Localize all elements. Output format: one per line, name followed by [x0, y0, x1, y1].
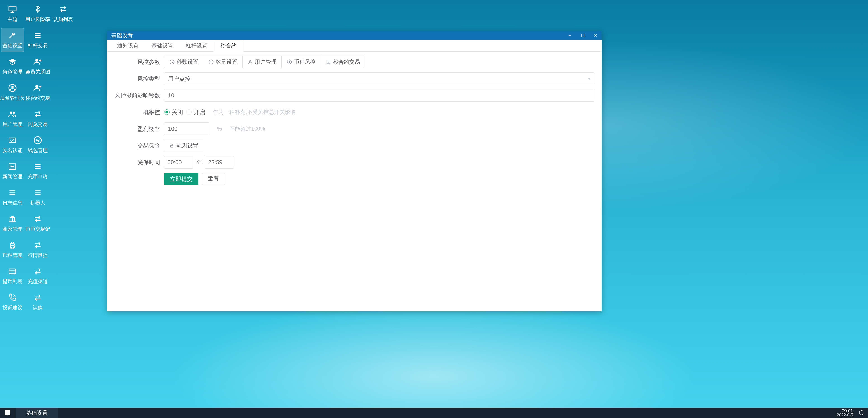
btc-icon — [8, 240, 17, 250]
radio-icon — [164, 109, 169, 115]
desktop-icon-coin-mgmt[interactable]: 币种管理 — [1, 238, 24, 261]
lock-icon — [169, 143, 174, 148]
desktop-icon-label: 日志信息 — [2, 199, 22, 206]
desktop-icon-coin-trade-log[interactable]: 币币交易记 — [27, 212, 49, 235]
desktop-icon-real-name[interactable]: 实名认证 — [1, 133, 24, 156]
notifications-icon[interactable] — [859, 410, 865, 416]
phone-icon — [8, 293, 17, 302]
check-icon — [8, 136, 17, 145]
submit-button[interactable]: 立即提交 — [164, 173, 198, 185]
tab-sec-contract[interactable]: 秒合约 — [214, 40, 243, 52]
desktop-icon-deposit-channel[interactable]: 充值渠道 — [27, 264, 49, 287]
desktop-icon-label: 行情风控 — [28, 252, 48, 259]
list-icon — [33, 188, 42, 197]
desktop-icon-label: 新闻管理 — [2, 173, 22, 180]
desktop-icon-label: 杠杆交易 — [28, 42, 48, 49]
desktop-icon-label: 币币交易记 — [25, 226, 50, 232]
tab-basic[interactable]: 基础设置 — [145, 40, 180, 51]
tab-lever[interactable]: 杠杆设置 — [180, 40, 214, 51]
card-icon — [8, 267, 17, 276]
desktop-icon-merchant-mgmt[interactable]: 商家管理 — [1, 212, 24, 235]
list-icon — [33, 162, 42, 171]
titlebar[interactable]: 基础设置 — [107, 31, 602, 40]
desktop-icon-label: 认购列表 — [53, 16, 73, 23]
clock[interactable]: 09:01 2022-6-5 — [837, 409, 853, 417]
desktop-icon-log-info[interactable]: 日志信息 — [1, 186, 24, 209]
maximize-button[interactable] — [577, 31, 589, 40]
user-circle-icon — [8, 84, 17, 92]
desktop-icon-wallet-mgmt[interactable]: 钱包管理 — [27, 133, 49, 156]
minimize-button[interactable] — [564, 31, 577, 40]
grad-cap-icon — [8, 57, 17, 66]
desktop-icon-theme[interactable]: 主题 — [1, 2, 24, 25]
desktop-icon-withdraw-list[interactable]: 提币列表 — [1, 264, 24, 287]
bank-icon — [8, 215, 17, 223]
desktop-icon-quote-risk[interactable]: 行情风控 — [27, 238, 49, 261]
desktop-icon-lever-trade[interactable]: 杠杆交易 — [27, 29, 49, 52]
tab-notify[interactable]: 通知设置 — [111, 40, 145, 51]
prob-label: 概率控 — [114, 108, 164, 116]
desktop-icon-subscribe[interactable]: 认购 — [27, 291, 49, 314]
sub-tab-user[interactable]: 用户管理 — [243, 56, 282, 68]
desktop-icon-label: 秒合约交易 — [25, 95, 50, 101]
prob-on-radio[interactable]: 开启 — [186, 108, 205, 116]
desktop-icon-label: 后台管理员 — [0, 95, 25, 101]
desktop-icon-subscribe-list[interactable]: 认购列表 — [52, 2, 74, 25]
monitor-icon — [8, 5, 17, 14]
desktop-icon-label: 闪兑交易 — [28, 121, 48, 128]
rule-settings-button[interactable]: 规则设置 — [164, 139, 204, 152]
desktop-icon-label: 币种管理 — [2, 252, 22, 259]
sub-tab-sec-trade[interactable]: 秒合约交易 — [321, 56, 365, 68]
user-plus-icon — [33, 57, 42, 66]
risk-type-select[interactable]: 用户点控 — [164, 72, 594, 85]
plus-circle-icon — [209, 59, 214, 65]
prob-hint: 作为一种补充,不受风控总开关影响 — [213, 108, 296, 116]
desktop-icon-news-mgmt[interactable]: 新闻管理 — [1, 160, 24, 183]
svg-rect-42 — [5, 413, 8, 415]
basic-settings-window: 基础设置 通知设置基础设置杠杆设置秒合约 风控参数 秒数设置数量设置用户管理币种… — [107, 31, 602, 311]
desktop-icon-sec-contract-trade[interactable]: 秒合约交易 — [27, 81, 49, 104]
desktop-icon-user-mgmt[interactable]: 用户管理 — [1, 107, 24, 130]
profit-input[interactable] — [164, 123, 209, 135]
main-tabs: 通知设置基础设置杠杆设置秒合约 — [107, 40, 602, 52]
prob-off-radio[interactable]: 关闭 — [164, 108, 183, 116]
swap-icon — [33, 109, 42, 119]
desktop-icon-deposit-apply[interactable]: 充币申请 — [27, 160, 49, 183]
desktop-icon-basic-settings[interactable]: 基础设置 — [1, 29, 24, 52]
desktop-icon-member-relation[interactable]: 会员关系图 — [27, 55, 49, 78]
close-button[interactable] — [589, 31, 602, 40]
desktop-icon-robot[interactable]: 机器人 — [27, 186, 49, 209]
clock-icon — [169, 59, 175, 65]
clock-time: 09:01 — [837, 409, 853, 413]
reset-button[interactable]: 重置 — [202, 173, 225, 185]
wallet-icon — [33, 136, 42, 145]
start-button[interactable] — [0, 408, 16, 418]
insurance-label: 交易保险 — [114, 142, 164, 149]
radio-icon — [186, 109, 192, 115]
desktop-icon-label: 角色管理 — [2, 68, 22, 75]
desktop-icon-complaint[interactable]: 投诉建议 — [1, 291, 24, 314]
desktop-icon-label: 钱包管理 — [28, 147, 48, 154]
sub-tab-seconds[interactable]: 秒数设置 — [164, 56, 204, 68]
desktop-icon-flash-trade[interactable]: 闪兑交易 — [27, 107, 49, 130]
svg-rect-43 — [8, 413, 10, 415]
time-to-input[interactable]: 23:59 — [205, 156, 234, 168]
sub-tab-coin[interactable]: 币种风控 — [282, 56, 321, 68]
desktop-icon-backend-admin[interactable]: 后台管理员 — [1, 81, 24, 104]
sub-tab-quantity[interactable]: 数量设置 — [204, 56, 243, 68]
svg-rect-41 — [8, 410, 10, 413]
desktop-icon-user-risk-rate[interactable]: 用户风险率 — [27, 2, 49, 25]
list-icon — [8, 188, 17, 197]
dollar-circle-icon — [287, 59, 292, 65]
taskbar-item-basic-settings[interactable]: 基础设置 — [16, 408, 58, 418]
person-icon — [248, 59, 253, 65]
form-content: 风控参数 秒数设置数量设置用户管理币种风控秒合约交易 风控类型 用户点控 风控提… — [107, 52, 602, 311]
pre-seconds-input[interactable] — [164, 89, 594, 102]
wrench-icon — [8, 31, 17, 40]
desktop-icon-label: 基础设置 — [2, 42, 22, 49]
time-from-input[interactable]: 00:00 — [164, 156, 193, 168]
desktop-icon-label: 用户风险率 — [25, 16, 50, 23]
desktop-icon-label: 主题 — [7, 16, 18, 23]
window-title: 基础设置 — [111, 32, 133, 39]
desktop-icon-role-mgmt[interactable]: 角色管理 — [1, 55, 24, 78]
